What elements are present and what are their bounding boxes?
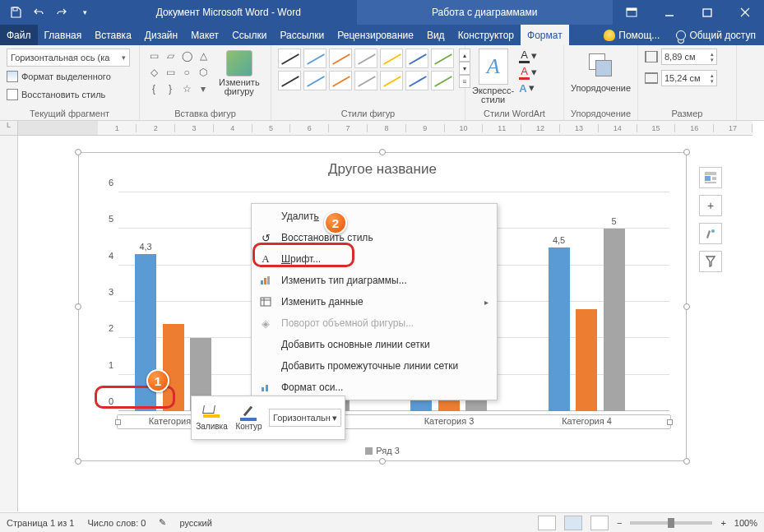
selection-handle[interactable] [683, 458, 690, 465]
tab-insert[interactable]: Вставка [88, 25, 138, 45]
title-bar: ▾ Документ Microsoft Word - Word Работа … [0, 0, 764, 25]
chart-styles-icon[interactable] [699, 223, 722, 244]
tell-me-button[interactable]: Помощ... [595, 25, 668, 45]
selection-handle[interactable] [683, 303, 690, 310]
chart-elements-icon[interactable]: + [699, 195, 722, 216]
undo-icon[interactable] [28, 2, 49, 22]
format-selection-icon [7, 71, 18, 82]
shapes-gallery[interactable]: ▭▱◯△ ◇▭○⬡ {}☆▾ [146, 49, 211, 96]
reset-icon: ↺ [258, 230, 273, 245]
tab-home[interactable]: Главная [38, 25, 89, 45]
reset-style-icon [7, 89, 18, 100]
group-shape-styles: ▴▾≡ Стили фигур [271, 45, 465, 120]
mini-outline-button[interactable]: Контур [232, 405, 266, 431]
group-insert-shapes: ▭▱◯△ ◇▭○⬡ {}☆▾ Изменить фигуру Вставка ф… [140, 45, 271, 120]
close-icon[interactable] [726, 0, 764, 25]
bar[interactable] [163, 324, 184, 411]
tab-layout[interactable]: Макет [184, 25, 225, 45]
chevron-down-icon: ▾ [332, 413, 337, 423]
group-label: Вставка фигур [146, 107, 264, 118]
svg-rect-7 [261, 280, 263, 285]
status-language[interactable]: русский [179, 518, 211, 528]
group-label: Стили фигур [278, 107, 458, 118]
view-read-icon[interactable] [538, 516, 556, 530]
selection-handle[interactable] [75, 458, 81, 465]
tab-design[interactable]: Дизайн [138, 25, 184, 45]
legend-swatch [365, 447, 373, 455]
tab-mailings[interactable]: Рассылки [273, 25, 331, 45]
save-icon[interactable] [5, 2, 26, 22]
menu-edit-data[interactable]: Изменить данные▸ [252, 291, 497, 312]
zoom-out-button[interactable]: − [617, 518, 622, 528]
bar[interactable] [576, 309, 597, 411]
menu-change-chart-type[interactable]: Изменить тип диаграммы... [252, 270, 497, 291]
change-shape-button[interactable]: Изменить фигуру [215, 49, 263, 98]
vertical-ruler[interactable] [0, 136, 18, 511]
zoom-slider[interactable] [630, 521, 712, 525]
text-outline-button[interactable]: A▾ [519, 65, 537, 80]
reset-style-button[interactable]: Восстановить стиль [7, 86, 105, 103]
menu-delete[interactable]: Удалить [252, 206, 497, 227]
bar[interactable]: 5 [604, 229, 625, 411]
group-arrange: Упорядочение Упорядочение [564, 45, 638, 120]
svg-rect-5 [705, 176, 711, 181]
arrange-button[interactable]: Упорядочение [567, 49, 634, 95]
tab-references[interactable]: Ссылки [225, 25, 273, 45]
tab-file[interactable]: Файл [0, 25, 38, 45]
mini-axis-combo[interactable]: Горизонтальн▾ [269, 409, 341, 427]
chart-title[interactable]: Другое название [79, 153, 686, 183]
status-proofing-icon[interactable]: ✎ [159, 517, 166, 528]
height-spinner[interactable]: 8,89 см▴▾ [645, 49, 717, 65]
format-axis-icon [258, 380, 273, 395]
menu-add-minor-gridlines[interactable]: Добавить промежуточные линии сетки [252, 355, 497, 377]
status-word-count[interactable]: Число слов: 0 [87, 518, 146, 528]
quick-access-toolbar: ▾ [0, 2, 100, 22]
redo-icon[interactable] [51, 2, 72, 22]
tab-format[interactable]: Формат [521, 25, 569, 45]
view-web-icon[interactable] [590, 516, 609, 530]
share-button[interactable]: Общий доступ [668, 25, 764, 45]
tab-review[interactable]: Рецензирование [331, 25, 420, 45]
zoom-in-button[interactable]: + [720, 518, 725, 528]
menu-add-major-gridlines[interactable]: Добавить основные линии сетки [252, 334, 497, 355]
mini-fill-button[interactable]: Заливка [195, 405, 229, 431]
selection-handle[interactable] [75, 303, 81, 310]
chart-legend[interactable]: Ряд 3 [79, 446, 686, 456]
svg-rect-14 [266, 385, 268, 391]
selection-handle[interactable] [683, 149, 690, 155]
menu-reset-style[interactable]: ↺Восстановить стиль [252, 227, 497, 248]
submenu-arrow-icon: ▸ [484, 298, 488, 307]
svg-point-6 [711, 229, 715, 233]
tab-chart-design[interactable]: Конструктор [451, 25, 521, 45]
group-size: 8,89 см▴▾ 15,24 см▴▾ Размер [638, 45, 737, 120]
ribbon-display-icon[interactable] [613, 0, 651, 25]
svg-rect-13 [262, 387, 264, 391]
ruler-corner: L [0, 121, 18, 136]
menu-font[interactable]: AШрифт... [252, 248, 497, 270]
maximize-icon[interactable] [688, 0, 726, 25]
zoom-level[interactable]: 100% [734, 518, 757, 528]
width-spinner[interactable]: 15,24 см▴▾ [645, 70, 717, 86]
zoom-thumb[interactable] [668, 518, 674, 528]
ribbon: Горизонтальная ось (ка▾ Формат выделенно… [0, 45, 764, 121]
text-effects-button[interactable]: A▾ [519, 81, 537, 95]
share-icon [676, 30, 686, 40]
qat-more-icon[interactable]: ▾ [74, 2, 95, 22]
chart-filters-icon[interactable] [699, 251, 722, 272]
horizontal-ruler[interactable]: 1234567891011121314151617 [18, 121, 752, 136]
selection-handle[interactable] [379, 458, 386, 465]
selection-handle[interactable] [379, 149, 386, 155]
minimize-icon[interactable] [651, 0, 688, 25]
bar[interactable]: 4,5 [549, 247, 570, 412]
format-selection-button[interactable]: Формат выделенного [7, 68, 111, 85]
selection-handle[interactable] [75, 149, 81, 155]
text-fill-button[interactable]: A▾ [519, 49, 537, 63]
view-print-icon[interactable] [564, 516, 582, 530]
shape-styles-gallery[interactable] [278, 49, 454, 90]
wordart-express-button[interactable]: A Экспресс- стили [472, 49, 514, 104]
wordart-side-buttons: A▾ A▾ A▾ [519, 49, 537, 95]
tab-view[interactable]: Вид [420, 25, 451, 45]
status-page[interactable]: Страница 1 из 1 [7, 518, 74, 528]
chart-element-combo[interactable]: Горизонтальная ось (ка▾ [7, 49, 130, 67]
layout-options-icon[interactable] [699, 167, 722, 188]
